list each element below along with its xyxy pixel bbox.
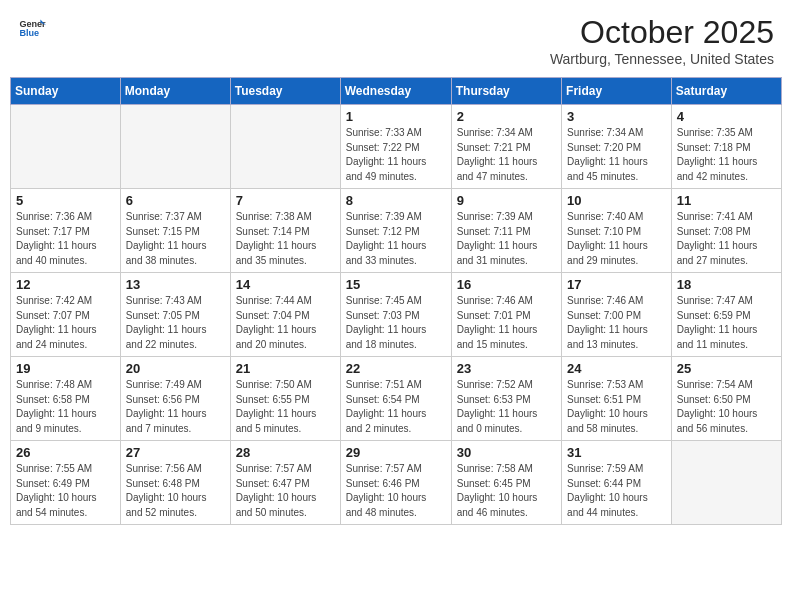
calendar-week-4: 19Sunrise: 7:48 AM Sunset: 6:58 PM Dayli… [11, 357, 782, 441]
day-number: 12 [16, 277, 115, 292]
calendar-title: October 2025 [550, 14, 774, 51]
calendar-cell [120, 105, 230, 189]
calendar-cell: 18Sunrise: 7:47 AM Sunset: 6:59 PM Dayli… [671, 273, 781, 357]
calendar-cell: 28Sunrise: 7:57 AM Sunset: 6:47 PM Dayli… [230, 441, 340, 525]
logo-icon: General Blue [18, 14, 46, 42]
day-number: 31 [567, 445, 666, 460]
calendar-week-2: 5Sunrise: 7:36 AM Sunset: 7:17 PM Daylig… [11, 189, 782, 273]
day-number: 3 [567, 109, 666, 124]
day-info: Sunrise: 7:42 AM Sunset: 7:07 PM Dayligh… [16, 294, 115, 352]
calendar-cell: 11Sunrise: 7:41 AM Sunset: 7:08 PM Dayli… [671, 189, 781, 273]
calendar-cell: 27Sunrise: 7:56 AM Sunset: 6:48 PM Dayli… [120, 441, 230, 525]
day-number: 8 [346, 193, 446, 208]
day-number: 30 [457, 445, 556, 460]
header-wednesday: Wednesday [340, 78, 451, 105]
calendar-cell: 24Sunrise: 7:53 AM Sunset: 6:51 PM Dayli… [562, 357, 672, 441]
header-friday: Friday [562, 78, 672, 105]
calendar-cell: 25Sunrise: 7:54 AM Sunset: 6:50 PM Dayli… [671, 357, 781, 441]
header-saturday: Saturday [671, 78, 781, 105]
day-number: 11 [677, 193, 776, 208]
day-number: 2 [457, 109, 556, 124]
day-number: 25 [677, 361, 776, 376]
header-thursday: Thursday [451, 78, 561, 105]
svg-text:Blue: Blue [19, 28, 39, 38]
day-number: 9 [457, 193, 556, 208]
day-info: Sunrise: 7:36 AM Sunset: 7:17 PM Dayligh… [16, 210, 115, 268]
day-info: Sunrise: 7:41 AM Sunset: 7:08 PM Dayligh… [677, 210, 776, 268]
calendar-week-3: 12Sunrise: 7:42 AM Sunset: 7:07 PM Dayli… [11, 273, 782, 357]
day-number: 19 [16, 361, 115, 376]
day-info: Sunrise: 7:54 AM Sunset: 6:50 PM Dayligh… [677, 378, 776, 436]
day-info: Sunrise: 7:48 AM Sunset: 6:58 PM Dayligh… [16, 378, 115, 436]
calendar-cell: 21Sunrise: 7:50 AM Sunset: 6:55 PM Dayli… [230, 357, 340, 441]
header-tuesday: Tuesday [230, 78, 340, 105]
header-monday: Monday [120, 78, 230, 105]
day-number: 17 [567, 277, 666, 292]
day-number: 28 [236, 445, 335, 460]
calendar-week-5: 26Sunrise: 7:55 AM Sunset: 6:49 PM Dayli… [11, 441, 782, 525]
day-number: 14 [236, 277, 335, 292]
day-info: Sunrise: 7:40 AM Sunset: 7:10 PM Dayligh… [567, 210, 666, 268]
svg-text:General: General [19, 19, 46, 29]
day-number: 5 [16, 193, 115, 208]
day-number: 21 [236, 361, 335, 376]
title-block: October 2025 Wartburg, Tennessee, United… [550, 14, 774, 67]
day-info: Sunrise: 7:53 AM Sunset: 6:51 PM Dayligh… [567, 378, 666, 436]
calendar-cell: 9Sunrise: 7:39 AM Sunset: 7:11 PM Daylig… [451, 189, 561, 273]
day-info: Sunrise: 7:56 AM Sunset: 6:48 PM Dayligh… [126, 462, 225, 520]
calendar-cell [671, 441, 781, 525]
calendar-cell: 19Sunrise: 7:48 AM Sunset: 6:58 PM Dayli… [11, 357, 121, 441]
day-header-row: Sunday Monday Tuesday Wednesday Thursday… [11, 78, 782, 105]
calendar-week-1: 1Sunrise: 7:33 AM Sunset: 7:22 PM Daylig… [11, 105, 782, 189]
calendar-cell: 1Sunrise: 7:33 AM Sunset: 7:22 PM Daylig… [340, 105, 451, 189]
day-info: Sunrise: 7:34 AM Sunset: 7:21 PM Dayligh… [457, 126, 556, 184]
day-number: 23 [457, 361, 556, 376]
day-info: Sunrise: 7:37 AM Sunset: 7:15 PM Dayligh… [126, 210, 225, 268]
day-info: Sunrise: 7:44 AM Sunset: 7:04 PM Dayligh… [236, 294, 335, 352]
calendar-cell: 2Sunrise: 7:34 AM Sunset: 7:21 PM Daylig… [451, 105, 561, 189]
calendar-cell: 10Sunrise: 7:40 AM Sunset: 7:10 PM Dayli… [562, 189, 672, 273]
calendar-cell: 22Sunrise: 7:51 AM Sunset: 6:54 PM Dayli… [340, 357, 451, 441]
day-info: Sunrise: 7:45 AM Sunset: 7:03 PM Dayligh… [346, 294, 446, 352]
day-number: 13 [126, 277, 225, 292]
day-info: Sunrise: 7:38 AM Sunset: 7:14 PM Dayligh… [236, 210, 335, 268]
day-number: 4 [677, 109, 776, 124]
calendar-cell: 8Sunrise: 7:39 AM Sunset: 7:12 PM Daylig… [340, 189, 451, 273]
calendar-cell [11, 105, 121, 189]
day-info: Sunrise: 7:52 AM Sunset: 6:53 PM Dayligh… [457, 378, 556, 436]
calendar-cell: 17Sunrise: 7:46 AM Sunset: 7:00 PM Dayli… [562, 273, 672, 357]
day-info: Sunrise: 7:49 AM Sunset: 6:56 PM Dayligh… [126, 378, 225, 436]
calendar-cell: 23Sunrise: 7:52 AM Sunset: 6:53 PM Dayli… [451, 357, 561, 441]
day-info: Sunrise: 7:55 AM Sunset: 6:49 PM Dayligh… [16, 462, 115, 520]
calendar-cell: 3Sunrise: 7:34 AM Sunset: 7:20 PM Daylig… [562, 105, 672, 189]
calendar-cell: 15Sunrise: 7:45 AM Sunset: 7:03 PM Dayli… [340, 273, 451, 357]
header-sunday: Sunday [11, 78, 121, 105]
day-number: 6 [126, 193, 225, 208]
day-number: 29 [346, 445, 446, 460]
calendar-cell [230, 105, 340, 189]
day-info: Sunrise: 7:59 AM Sunset: 6:44 PM Dayligh… [567, 462, 666, 520]
day-number: 7 [236, 193, 335, 208]
day-info: Sunrise: 7:58 AM Sunset: 6:45 PM Dayligh… [457, 462, 556, 520]
day-info: Sunrise: 7:57 AM Sunset: 6:46 PM Dayligh… [346, 462, 446, 520]
calendar-cell: 7Sunrise: 7:38 AM Sunset: 7:14 PM Daylig… [230, 189, 340, 273]
day-number: 18 [677, 277, 776, 292]
calendar-cell: 13Sunrise: 7:43 AM Sunset: 7:05 PM Dayli… [120, 273, 230, 357]
calendar-cell: 5Sunrise: 7:36 AM Sunset: 7:17 PM Daylig… [11, 189, 121, 273]
day-number: 15 [346, 277, 446, 292]
calendar-cell: 30Sunrise: 7:58 AM Sunset: 6:45 PM Dayli… [451, 441, 561, 525]
calendar-cell: 26Sunrise: 7:55 AM Sunset: 6:49 PM Dayli… [11, 441, 121, 525]
day-number: 1 [346, 109, 446, 124]
day-number: 20 [126, 361, 225, 376]
day-number: 27 [126, 445, 225, 460]
day-number: 26 [16, 445, 115, 460]
day-number: 10 [567, 193, 666, 208]
calendar-cell: 4Sunrise: 7:35 AM Sunset: 7:18 PM Daylig… [671, 105, 781, 189]
calendar-cell: 14Sunrise: 7:44 AM Sunset: 7:04 PM Dayli… [230, 273, 340, 357]
calendar-cell: 31Sunrise: 7:59 AM Sunset: 6:44 PM Dayli… [562, 441, 672, 525]
day-info: Sunrise: 7:51 AM Sunset: 6:54 PM Dayligh… [346, 378, 446, 436]
day-info: Sunrise: 7:46 AM Sunset: 7:01 PM Dayligh… [457, 294, 556, 352]
calendar-subtitle: Wartburg, Tennessee, United States [550, 51, 774, 67]
day-info: Sunrise: 7:57 AM Sunset: 6:47 PM Dayligh… [236, 462, 335, 520]
day-info: Sunrise: 7:33 AM Sunset: 7:22 PM Dayligh… [346, 126, 446, 184]
